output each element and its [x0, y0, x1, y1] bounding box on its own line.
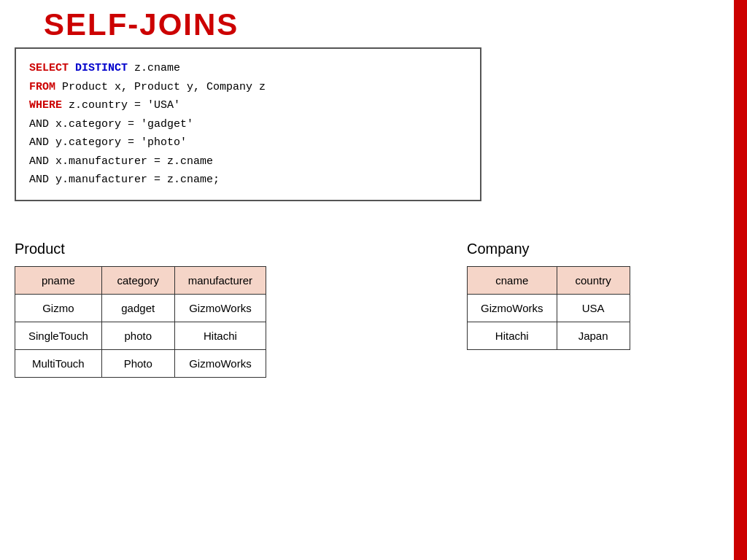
sql-code-box: SELECT DISTINCT z.cname FROM Product x, …	[15, 47, 481, 201]
product-table-row: SingleTouchphotoHitachi	[15, 322, 266, 350]
keyword-distinct: DISTINCT	[75, 62, 128, 74]
company-table-section: Company cname country GizmoWorksUSAHitac…	[467, 241, 630, 350]
product-cell-1-1: photo	[101, 322, 174, 350]
product-cell-2-0: MultiTouch	[15, 350, 102, 378]
company-table-row: HitachiJapan	[468, 322, 630, 350]
sql-line-5: AND y.category = 'photo'	[29, 133, 467, 152]
keyword-where: WHERE	[29, 99, 62, 112]
product-cell-0-0: Gizmo	[15, 295, 102, 322]
product-cell-1-0: SingleTouch	[15, 322, 102, 350]
sql-line-3: WHERE z.country = 'USA'	[29, 96, 467, 115]
right-accent-bar	[734, 0, 747, 560]
product-cell-2-1: Photo	[101, 350, 174, 378]
company-col-cname: cname	[468, 267, 557, 295]
sql-line1-rest: z.cname	[134, 62, 180, 74]
company-cell-1-0: Hitachi	[468, 322, 557, 350]
product-table-header-row: pname category manufacturer	[15, 267, 266, 295]
company-col-country: country	[557, 267, 630, 295]
sql-line-2: FROM Product x, Product y, Company z	[29, 78, 467, 97]
product-col-pname: pname	[15, 267, 102, 295]
product-col-manufacturer: manufacturer	[174, 267, 266, 295]
company-cell-1-1: Japan	[557, 322, 630, 350]
company-table-header-row: cname country	[468, 267, 630, 295]
page-title: SELF-JOINS	[44, 7, 239, 42]
sql-line-6: AND x.manufacturer = z.cname	[29, 152, 467, 171]
keyword-from: FROM	[29, 81, 55, 93]
product-cell-2-2: GizmoWorks	[174, 350, 266, 378]
sql-line-1: SELECT DISTINCT z.cname	[29, 59, 467, 78]
keyword-select: SELECT	[29, 62, 69, 74]
sql-line2-rest: Product x, Product y, Company z	[62, 81, 266, 93]
sql-line-4: AND x.category = 'gadget'	[29, 115, 467, 134]
company-table-row: GizmoWorksUSA	[468, 295, 630, 322]
product-cell-0-2: GizmoWorks	[174, 295, 266, 322]
product-cell-0-1: gadget	[101, 295, 174, 322]
product-table: pname category manufacturer GizmogadgetG…	[15, 266, 266, 378]
product-col-category: category	[101, 267, 174, 295]
company-cell-0-1: USA	[557, 295, 630, 322]
company-table-label: Company	[467, 241, 630, 257]
product-table-row: GizmogadgetGizmoWorks	[15, 295, 266, 322]
sql-line3-rest: z.country = 'USA'	[69, 99, 180, 112]
sql-line-7: AND y.manufacturer = z.cname;	[29, 171, 467, 190]
company-table: cname country GizmoWorksUSAHitachiJapan	[467, 266, 630, 350]
product-cell-1-2: Hitachi	[174, 322, 266, 350]
product-table-section: Product pname category manufacturer Gizm…	[15, 241, 266, 378]
product-table-row: MultiTouchPhotoGizmoWorks	[15, 350, 266, 378]
product-table-label: Product	[15, 241, 266, 257]
company-cell-0-0: GizmoWorks	[468, 295, 557, 322]
